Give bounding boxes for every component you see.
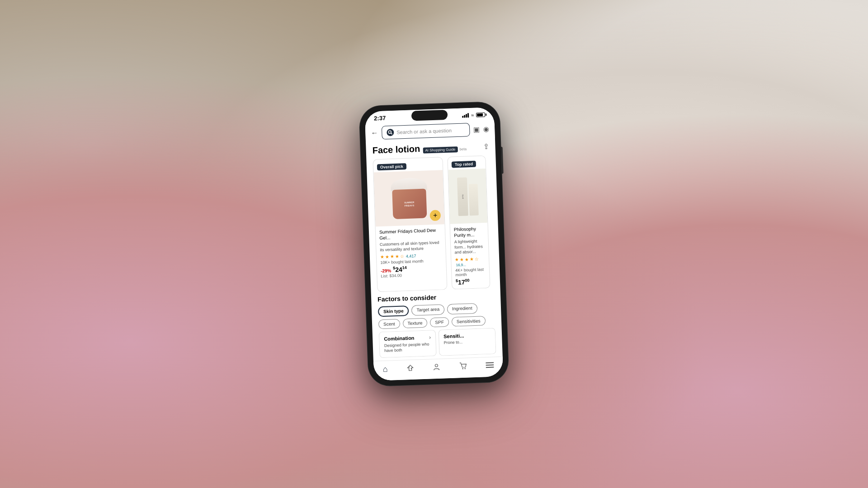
wifi-icon: ≈ <box>471 112 474 117</box>
product-2-image: purity <box>448 169 487 224</box>
mic-icon[interactable]: ◉ <box>483 125 490 133</box>
chip-spf[interactable]: SPF <box>430 317 449 327</box>
add-to-cart-button[interactable]: + <box>429 210 441 221</box>
status-time: 2:37 <box>374 115 386 122</box>
product-2-bought: 4K+ bought last month <box>455 267 486 277</box>
chip-target-area[interactable]: Target area <box>411 304 444 316</box>
top-rated-badge-bar: Top rated <box>448 156 486 170</box>
svg-line-7 <box>486 363 494 363</box>
signal-bar-4 <box>467 113 469 117</box>
search-input-wrap[interactable]: Search or ask a question <box>382 123 470 140</box>
star-3: ★ <box>390 254 394 259</box>
star-2: ★ <box>385 254 389 259</box>
signal-bar-2 <box>464 115 465 117</box>
search-actions: ▣ ◉ <box>473 125 490 134</box>
overall-pick-badge: Overall pick <box>377 163 406 170</box>
svg-line-8 <box>486 365 494 366</box>
signal-bar-1 <box>462 116 463 117</box>
product-card-philosophy[interactable]: Top rated purity Philosophy Purity m... … <box>447 155 490 290</box>
factors-section: Factors to consider Skin type Target are… <box>371 288 503 361</box>
phone-device: 2:37 ≈ ← <box>359 102 509 386</box>
battery-fill <box>477 113 483 116</box>
product-2-price: $1700 <box>456 278 470 286</box>
product-2-reviews: 16,9... <box>456 262 486 267</box>
nav-cart[interactable] <box>459 362 467 373</box>
battery-icon <box>476 112 485 117</box>
philosophy-bottles: purity <box>457 177 479 216</box>
svg-point-5 <box>462 368 463 369</box>
product-1-reviews: 4,417 <box>406 253 416 258</box>
product-1-image: SUMMERFRIDAYS + <box>373 170 444 226</box>
sensitive-desc: Prone to... <box>443 338 491 345</box>
sensitive-title: Sensiti... <box>443 332 491 339</box>
skin-type-panels: Combination › Designed for people who ha… <box>379 328 496 358</box>
factors-title: Factors to consider <box>377 291 494 303</box>
bottle-1-label: purity <box>462 194 464 199</box>
jar-label: SUMMERFRIDAYS <box>404 201 415 207</box>
menu-icon <box>486 361 494 371</box>
back-button[interactable]: ← <box>371 129 378 137</box>
product-1-bought: 10K+ bought last month <box>380 258 442 265</box>
product-card-summer-fridays[interactable]: Overall pick SUMMERFRIDAYS + Summer Frid… <box>373 157 447 292</box>
amazon-search-icon <box>387 129 394 136</box>
combination-card[interactable]: Combination › Designed for people who ha… <box>379 330 437 358</box>
p2-star-half: ☆ <box>475 257 479 262</box>
star-half: ☆ <box>400 254 404 259</box>
chip-skin-type[interactable]: Skin type <box>378 305 409 317</box>
share-button[interactable]: ⇪ <box>483 142 489 151</box>
svg-line-9 <box>486 367 494 368</box>
star-4: ★ <box>395 254 399 259</box>
combination-header: Combination › <box>384 334 431 342</box>
top-rated-badge: Top rated <box>452 161 476 168</box>
svg-point-4 <box>435 364 438 367</box>
cart-icon <box>459 362 467 373</box>
combination-arrow: › <box>429 334 431 340</box>
bottle-1: purity <box>457 177 468 216</box>
camera-icon[interactable]: ▣ <box>473 125 480 133</box>
nav-menu[interactable] <box>486 361 494 372</box>
product-1-info: Summer Fridays Cloud Dew Gel... Customer… <box>376 224 447 281</box>
home-icon: ⌂ <box>383 365 388 374</box>
bottle-2 <box>468 183 478 216</box>
page-title: Face lotion <box>372 144 420 156</box>
ai-badge-wrap: AI Shopping Guide beta <box>423 146 467 153</box>
signal-bar-3 <box>466 114 467 117</box>
combination-title: Combination <box>384 335 415 341</box>
sensitive-card[interactable]: Sensiti... Prone to... <box>439 328 496 356</box>
jar-body: SUMMERFRIDAYS <box>392 189 427 220</box>
svg-point-6 <box>464 368 465 369</box>
p2-star-1: ★ <box>455 257 459 262</box>
product-2-price-row: $1700 <box>456 277 486 286</box>
p2-star-4: ★ <box>470 257 474 262</box>
factors-chips: Skin type Target area Ingredient Scent T… <box>378 302 495 329</box>
status-icons: ≈ <box>462 112 485 118</box>
phone-wrapper: 2:37 ≈ ← <box>359 102 509 386</box>
beta-label: beta <box>459 147 467 151</box>
svg-point-0 <box>388 131 391 133</box>
chip-sensitivities[interactable]: Sensitivities <box>451 316 485 327</box>
chip-ingredient[interactable]: Ingredient <box>447 303 477 314</box>
product-2-info: Philosophy Purity m... A lightweight for… <box>450 223 490 289</box>
account-icon <box>433 363 441 374</box>
svg-line-1 <box>391 133 392 135</box>
bottom-nav: ⌂ <box>373 357 503 381</box>
signal-icon <box>462 113 469 118</box>
product-2-name: Philosophy Purity m... <box>454 225 485 238</box>
page-title-group: Face lotion AI Shopping Guide beta <box>372 142 467 155</box>
product-1-discount: -29% <box>381 268 392 273</box>
combination-desc: Designed for people who have both <box>384 342 432 354</box>
nav-deals[interactable] <box>406 364 415 375</box>
chip-scent[interactable]: Scent <box>378 319 400 329</box>
nav-home[interactable]: ⌂ <box>383 365 388 375</box>
chip-texture[interactable]: Texture <box>402 318 427 328</box>
products-area: Overall pick SUMMERFRIDAYS + Summer Frid… <box>366 153 500 292</box>
search-placeholder: Search or ask a question <box>396 127 465 135</box>
nav-account[interactable] <box>433 363 441 374</box>
ai-shopping-guide-badge[interactable]: AI Shopping Guide <box>423 146 458 154</box>
product-2-stars: ★ ★ ★ ★ ☆ <box>455 256 485 262</box>
dynamic-island <box>411 110 448 121</box>
product-1-desc: Customers of all skin types loved its ve… <box>380 240 442 253</box>
star-1: ★ <box>380 254 384 259</box>
product-1-price: $2414 <box>393 266 407 274</box>
phone-screen: 2:37 ≈ ← <box>365 107 504 381</box>
